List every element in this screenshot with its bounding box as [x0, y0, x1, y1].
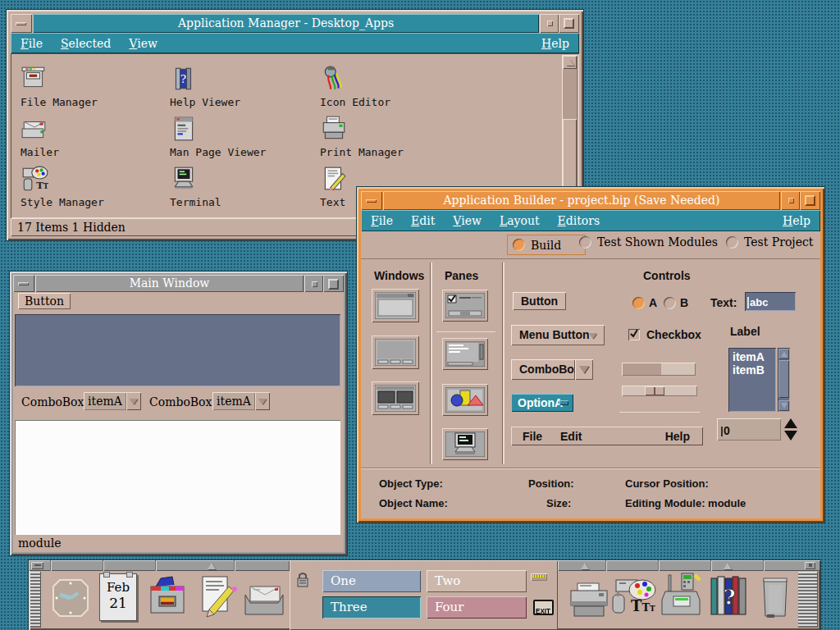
sample-menu-help[interactable]: Help	[665, 430, 690, 443]
text-editor-control[interactable]	[193, 573, 239, 624]
svg-text:?: ?	[723, 585, 735, 609]
mailer-control[interactable]	[240, 580, 288, 623]
sample-option-menu[interactable]: OptionA	[511, 394, 573, 412]
list-item[interactable]: Print Manager	[320, 115, 404, 158]
palette-custom-dialog-icon[interactable]	[372, 336, 419, 369]
subpanel-arrow-icon[interactable]	[208, 563, 216, 569]
menu-view[interactable]: View	[129, 37, 158, 50]
sample-checkbox[interactable]: Checkbox	[628, 328, 701, 341]
sample-scale[interactable]	[622, 386, 697, 396]
workspace-four-button[interactable]: Four	[427, 596, 527, 619]
app-manager-titlebar[interactable]: Application Manager - Desktop_Apps	[11, 14, 579, 33]
sample-button[interactable]: Button	[513, 292, 566, 310]
sample-radio-a[interactable]: A	[632, 296, 657, 309]
list-scrollbar[interactable]	[778, 348, 790, 412]
sample-menu-button[interactable]: Menu Button	[511, 325, 605, 345]
panel-handle-left[interactable]	[30, 572, 41, 628]
spin-up-icon[interactable]	[784, 418, 797, 428]
panel-menu-button[interactable]	[805, 562, 815, 569]
subpanel-arrow-icon[interactable]	[724, 563, 732, 569]
sample-radio-b[interactable]: B	[664, 296, 688, 309]
text-pane[interactable]	[15, 420, 340, 535]
mode-test-project[interactable]: Test Project	[726, 235, 813, 249]
workspace-one-button[interactable]: One	[322, 570, 421, 592]
window-menu-button[interactable]	[13, 275, 34, 292]
spinbox-arrows[interactable]	[784, 418, 797, 441]
trash-control[interactable]	[757, 575, 793, 624]
scroll-up-button[interactable]	[778, 349, 789, 359]
sample-menu-file[interactable]: File	[523, 430, 542, 443]
panel-handle-right[interactable]	[798, 572, 818, 628]
minimize-button[interactable]	[781, 191, 800, 210]
subpanel-arrow-icon[interactable]	[581, 563, 589, 569]
minimize-button[interactable]	[540, 14, 559, 33]
app-builder-titlebar[interactable]: Application Builder - project.bip (Save …	[361, 191, 820, 210]
file-manager-control[interactable]	[144, 575, 190, 624]
sample-spinbox[interactable]: 0	[717, 418, 781, 441]
button-sample[interactable]: Button	[18, 293, 71, 309]
palette-control-pane-icon[interactable]	[442, 290, 488, 322]
menu-view[interactable]: View	[453, 214, 482, 227]
clock-control[interactable]	[50, 577, 91, 623]
applications-control[interactable]	[659, 572, 703, 624]
combobox-arrow-button[interactable]	[255, 392, 270, 410]
menu-help[interactable]: Help	[541, 37, 569, 50]
combobox-arrow-button[interactable]	[126, 392, 141, 410]
printer-control[interactable]	[566, 582, 612, 623]
sample-list[interactable]: itemA itemB	[728, 348, 776, 412]
sample-menu-edit[interactable]: Edit	[560, 430, 582, 443]
menu-edit[interactable]: Edit	[411, 214, 435, 227]
palette-draw-pane-icon[interactable]	[442, 384, 488, 416]
palette-main-window-icon[interactable]	[372, 289, 419, 322]
scale-handle[interactable]	[645, 386, 664, 395]
menu-selected[interactable]: Selected	[61, 37, 111, 50]
style-manager-control[interactable]: TTT	[609, 575, 657, 624]
maximize-button[interactable]	[323, 275, 344, 292]
menu-help[interactable]: Help	[783, 214, 810, 227]
lock-icon[interactable]	[296, 572, 309, 588]
palette-file-dialog-icon[interactable]	[372, 381, 419, 415]
scroll-down-button[interactable]	[778, 400, 789, 411]
list-item[interactable]: Mailer	[21, 115, 59, 158]
main-window-titlebar[interactable]: Main Window	[13, 275, 344, 292]
help-control[interactable]: ?	[708, 573, 751, 624]
list-item[interactable]: Icon Editor	[320, 65, 390, 108]
list-item[interactable]: ? Help Viewer	[170, 65, 240, 108]
workspace-two-button[interactable]: Two	[427, 570, 527, 592]
exit-button[interactable]: EXIT	[533, 600, 554, 615]
sample-combobox[interactable]: ComboBox	[511, 359, 575, 380]
palette-text-pane-icon[interactable]	[442, 338, 488, 370]
list-item[interactable]: itemB	[733, 363, 776, 377]
menu-editors[interactable]: Editors	[558, 214, 600, 227]
list-item[interactable]: itemA	[733, 350, 776, 363]
panel-minimize-button[interactable]	[31, 562, 43, 569]
minimize-button[interactable]	[304, 275, 323, 292]
scrollbar-thumb[interactable]	[563, 119, 577, 188]
front-panel: Feb 21 One Two Three Four EXIT TTT ?	[29, 560, 820, 630]
window-menu-button[interactable]	[361, 191, 382, 210]
list-item[interactable]: File Manager	[21, 65, 98, 108]
text-field[interactable]: abc	[745, 292, 796, 311]
combobox-arrow-button[interactable]	[575, 359, 593, 380]
list-item[interactable]: Terminal	[170, 165, 221, 208]
maximize-button[interactable]	[800, 191, 820, 210]
window-menu-button[interactable]	[11, 14, 32, 33]
workspace-three-button[interactable]: Three	[322, 596, 421, 619]
menu-file[interactable]: File	[21, 37, 43, 50]
menu-layout[interactable]: Layout	[500, 214, 540, 227]
list-item[interactable]: Man Page Viewer	[170, 115, 266, 158]
maximize-button[interactable]	[559, 14, 579, 33]
mode-test-shown[interactable]: Test Shown Modules	[579, 235, 718, 249]
palette-term-pane-icon[interactable]	[442, 428, 488, 460]
list-item[interactable]: TTt Style Manager	[21, 165, 104, 208]
menu-file[interactable]: File	[371, 214, 393, 227]
spin-down-icon[interactable]	[784, 431, 797, 441]
scroll-up-button[interactable]	[563, 56, 577, 69]
combobox-value[interactable]: itemA	[212, 392, 255, 410]
mode-build[interactable]: Build	[507, 235, 586, 255]
printer-icon	[566, 582, 612, 619]
calendar-control[interactable]: Feb 21	[99, 573, 137, 621]
list-item[interactable]: Text	[320, 165, 348, 208]
scrollbar-thumb[interactable]	[778, 360, 789, 398]
combobox-value[interactable]: itemA	[84, 392, 126, 410]
